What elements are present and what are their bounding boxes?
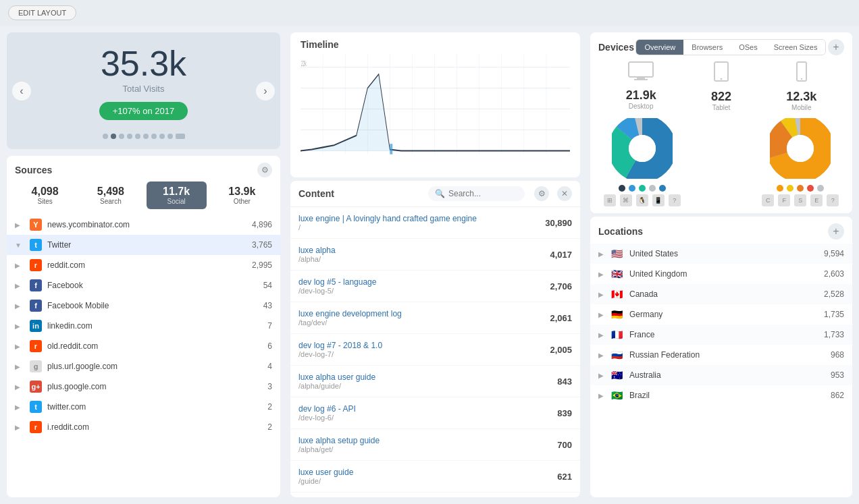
content-info: luxe alpha /alpha/ xyxy=(298,246,543,263)
expand-icon: ▶ xyxy=(15,363,24,370)
location-row[interactable]: ▶ 🇷🇺 Russian Federation 968 xyxy=(590,345,852,365)
visits-nav-prev[interactable]: ‹ xyxy=(12,82,31,101)
content-page-count: 839 xyxy=(557,408,572,418)
source-name: Twitter xyxy=(47,240,246,250)
sources-settings-button[interactable]: ⚙ xyxy=(257,163,272,177)
content-row[interactable]: luxe engine | A lovingly hand crafted ga… xyxy=(290,207,580,239)
location-row[interactable]: ▶ 🇦🇺 Australia 953 xyxy=(590,365,852,385)
content-info: luxe alpha user guide /alpha/guide/ xyxy=(298,372,550,390)
sources-tab-search[interactable]: 5,498 Search xyxy=(80,181,140,209)
country-flag: 🇨🇦 xyxy=(609,289,624,300)
source-name: reddit.com xyxy=(47,260,246,270)
content-row[interactable]: luxe engine development log /tag/dev/ 2,… xyxy=(290,302,580,334)
content-row[interactable]: luxe user guide /guide/ 621 xyxy=(290,461,580,493)
source-row[interactable]: ▶ r reddit.com 2,995 xyxy=(7,255,280,275)
content-page-path: /dev-log-6/ xyxy=(298,414,550,422)
tablet-icon xyxy=(711,61,731,87)
sources-tab-sites[interactable]: 4,098 Sites xyxy=(15,181,75,209)
content-page-count: 843 xyxy=(557,376,572,387)
source-favicon: r xyxy=(30,421,42,433)
content-page-path: /guide/ xyxy=(298,477,550,485)
svg-rect-19 xyxy=(629,62,653,77)
expand-icon: ▶ xyxy=(15,323,24,330)
content-settings-button[interactable]: ⚙ xyxy=(534,186,549,201)
desktop-pie-dots xyxy=(604,185,681,192)
location-row[interactable]: ▶ 🇨🇦 Canada 2,528 xyxy=(590,284,852,304)
location-row[interactable]: ▶ 🇺🇸 United States 9,594 xyxy=(590,244,852,264)
country-count: 1,733 xyxy=(824,330,844,339)
mobile-stat: 12.3k Mobile xyxy=(786,61,816,111)
source-row[interactable]: ▶ f Facebook 54 xyxy=(7,275,280,296)
source-row[interactable]: ▶ r old.reddit.com 6 xyxy=(7,336,280,356)
source-count: 43 xyxy=(263,301,272,310)
pie-dot xyxy=(649,185,656,192)
content-info: dev log #7 - 2018 & 1.0 /dev-log-7/ xyxy=(298,341,543,358)
content-page-title: luxe engine | A lovingly hand crafted ga… xyxy=(298,214,538,223)
tab-screen-sizes[interactable]: Screen Sizes xyxy=(766,40,826,55)
content-search-input[interactable] xyxy=(448,189,518,198)
country-name: Australia xyxy=(629,370,825,380)
source-row[interactable]: ▶ t twitter.com 2 xyxy=(7,397,280,417)
source-row[interactable]: ▶ r i.reddit.com 2 xyxy=(7,417,280,437)
source-row[interactable]: ▶ g plus.url.google.com 4 xyxy=(7,356,280,376)
sources-tab-other[interactable]: 13.9k Other xyxy=(212,181,272,209)
sources-header: Sources ⚙ xyxy=(7,156,280,181)
other-label: Other xyxy=(219,198,265,205)
locations-add-button[interactable]: + xyxy=(828,223,844,240)
sites-label: Sites xyxy=(22,198,68,205)
visits-nav-next[interactable]: › xyxy=(256,82,275,101)
source-row[interactable]: ▶ in linkedin.com 7 xyxy=(7,316,280,336)
country-flag: 🇷🇺 xyxy=(609,349,624,360)
source-row[interactable]: ▶ g+ plus.google.com 3 xyxy=(7,376,280,397)
content-info: luxe engine | A lovingly hand crafted ga… xyxy=(298,214,538,231)
content-page-path: / xyxy=(298,223,538,231)
content-close-button[interactable]: ✕ xyxy=(557,186,572,201)
tab-overview[interactable]: Overview xyxy=(636,40,683,55)
devices-charts: ⊞ ⌘ 🐧 📱 ? xyxy=(598,118,844,206)
svg-point-25 xyxy=(801,78,802,80)
source-name: twitter.com xyxy=(47,402,262,412)
content-row[interactable]: dev log #7 - 2018 & 1.0 /dev-log-7/ 2,00… xyxy=(290,334,580,366)
source-name: Facebook xyxy=(47,281,258,290)
content-row[interactable]: luxe updates /news/ 514 xyxy=(290,493,580,497)
source-count: 4 xyxy=(267,362,272,371)
content-row[interactable]: luxe alpha user guide /alpha/guide/ 843 xyxy=(290,366,580,397)
desktop-icon xyxy=(626,61,656,86)
sources-section: Sources ⚙ 4,098 Sites 5,498 Search 11.7k… xyxy=(7,156,280,497)
tablet-label: Tablet xyxy=(711,104,731,111)
locations-widget: Locations + ▶ 🇺🇸 United States 9,594 ▶ 🇬… xyxy=(590,217,852,497)
source-name: plus.google.com xyxy=(47,382,262,391)
location-row[interactable]: ▶ 🇩🇪 Germany 1,735 xyxy=(590,304,852,325)
devices-add-button[interactable]: + xyxy=(828,39,844,55)
timeline-chart: 22k xyxy=(301,53,570,161)
content-page-title: luxe alpha user guide xyxy=(298,372,550,382)
content-row[interactable]: luxe alpha setup guide /alpha/get/ 700 xyxy=(290,429,580,461)
content-search-box: 🔍 xyxy=(428,186,525,201)
content-row[interactable]: luxe alpha /alpha/ 4,017 xyxy=(290,239,580,271)
source-count: 2 xyxy=(267,422,272,432)
expand-icon: ▼ xyxy=(15,242,24,249)
source-row[interactable]: ▶ Y news.ycombinator.com 4,896 xyxy=(7,215,280,235)
content-page-title: luxe engine development log xyxy=(298,309,543,318)
content-row[interactable]: dev log #5 - language /dev-log-5/ 2,706 xyxy=(290,271,580,302)
source-row[interactable]: ▼ t Twitter 3,765 xyxy=(7,235,280,255)
location-row[interactable]: ▶ 🇬🇧 United Kingdom 2,603 xyxy=(590,264,852,284)
mobile-number: 12.3k xyxy=(786,90,816,104)
tab-browsers[interactable]: Browsers xyxy=(683,40,731,55)
dot-3 xyxy=(119,134,124,139)
source-favicon: r xyxy=(30,259,42,271)
source-row[interactable]: ▶ f Facebook Mobile 43 xyxy=(7,296,280,316)
sources-tab-social[interactable]: 11.7k Social xyxy=(147,181,207,209)
expand-icon: ▶ xyxy=(15,383,24,391)
location-row[interactable]: ▶ 🇧🇷 Brazil 862 xyxy=(590,385,852,405)
os-linux-icon: 🐧 xyxy=(636,194,648,206)
expand-icon: ▶ xyxy=(15,424,24,431)
content-widget: Content 🔍 ⚙ ✕ luxe engine | A lovingly h… xyxy=(290,181,580,497)
content-page-title: luxe alpha setup guide xyxy=(298,436,550,445)
left-panel: ‹ › 35.3k Total Visits +107% on 2017 Sou… xyxy=(0,26,287,504)
location-row[interactable]: ▶ 🇫🇷 France 1,733 xyxy=(590,325,852,345)
tab-oses[interactable]: OSes xyxy=(731,40,766,55)
svg-text:22k: 22k xyxy=(301,60,307,68)
edit-layout-button[interactable]: EDIT LAYOUT xyxy=(8,5,76,20)
content-row[interactable]: dev log #6 - API /dev-log-6/ 839 xyxy=(290,397,580,429)
